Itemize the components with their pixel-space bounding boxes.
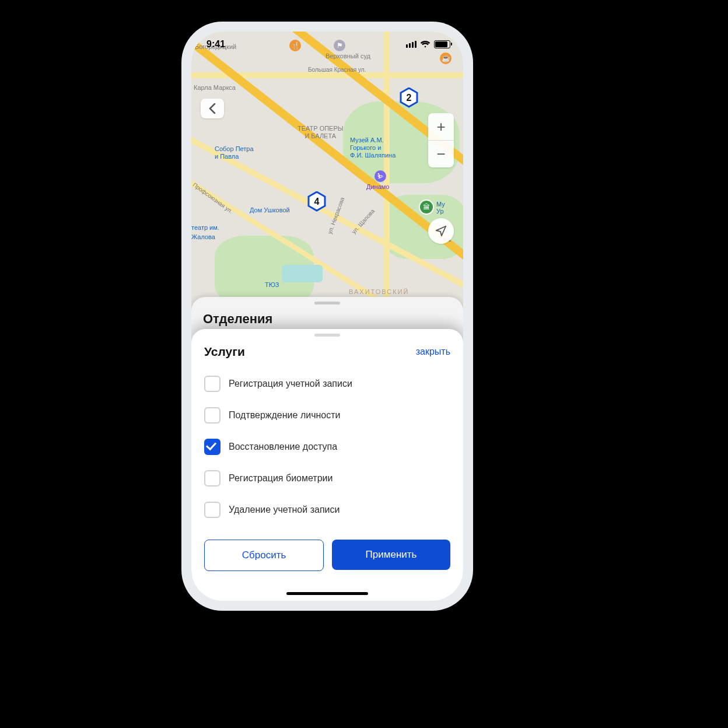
screen: Богородицкий Верховный суд Большая Красн… (191, 32, 463, 601)
map-label: Жалова (191, 233, 215, 240)
checkbox[interactable] (204, 376, 220, 392)
option-label: Подтверждение личности (229, 410, 341, 421)
option-label: Удаление учетной записи (229, 505, 340, 515)
option-label: Регистрация биометрии (229, 473, 332, 484)
map-label: Дом Ушковой (250, 206, 290, 214)
checkbox[interactable] (204, 502, 220, 518)
option-row[interactable]: Регистрация биометрии (204, 463, 450, 494)
cluster-pin[interactable]: 4 (307, 191, 327, 214)
option-row[interactable]: Удаление учетной записи (204, 494, 450, 526)
zoom-in-button[interactable]: + (428, 113, 454, 140)
option-row[interactable]: Подтверждение личности (204, 400, 450, 431)
option-row[interactable]: Восстановление доступа (204, 431, 450, 463)
map-label: Карла Маркса (194, 84, 236, 91)
status-bar: 9:41 (191, 32, 463, 57)
map-label: Большая Красная ул. (308, 66, 366, 73)
zoom-control: + − (428, 113, 454, 167)
zoom-out-button[interactable]: − (428, 141, 454, 167)
branches-title: Отделения (203, 312, 452, 327)
map-label: ТЮЗ (265, 281, 279, 288)
map-label: ТЕАТР ОПЕРЫ И БАЛЕТА (298, 125, 344, 140)
cluster-pin[interactable]: 2 (399, 88, 419, 110)
wifi-icon (420, 41, 430, 48)
map-label: Динамо (366, 183, 389, 190)
close-link[interactable]: закрыть (416, 346, 450, 357)
poi-icon: ⛷ (374, 170, 386, 182)
signal-icon (406, 41, 416, 48)
checkbox[interactable] (204, 470, 220, 487)
cluster-count: 2 (399, 86, 419, 110)
filter-modal: Услуги закрыть Регистрация учетной запис… (191, 329, 463, 601)
location-arrow-icon (435, 225, 447, 237)
modal-title: Услуги (204, 345, 245, 359)
poi-icon: 🏛 (419, 200, 434, 215)
cluster-count: 4 (307, 190, 327, 214)
checkbox[interactable] (204, 407, 220, 424)
back-button[interactable] (201, 99, 224, 118)
checkbox[interactable] (204, 439, 220, 455)
status-time: 9:41 (206, 39, 225, 50)
option-label: Регистрация учетной записи (229, 379, 352, 389)
battery-icon (434, 40, 450, 48)
map-label: театр им. (191, 224, 219, 231)
options-list: Регистрация учетной записи Подтверждение… (191, 365, 463, 531)
option-label: Восстановление доступа (229, 442, 337, 452)
map-label: Музей А.М. Горького и Ф.И. Шаляпина (350, 136, 396, 160)
drag-handle[interactable] (314, 334, 340, 337)
home-indicator (286, 592, 368, 595)
map-label: Профсоюзная ул. (192, 181, 235, 215)
option-row[interactable]: Регистрация учетной записи (204, 368, 450, 400)
reset-button[interactable]: Сбросить (204, 540, 324, 571)
map-label: Му Ур (436, 201, 445, 215)
locate-button[interactable] (428, 218, 454, 244)
phone-frame: Богородицкий Верховный суд Большая Красн… (181, 22, 473, 611)
map-label: Собор Петра и Павла (215, 145, 254, 160)
chevron-left-icon (209, 103, 216, 114)
drag-handle[interactable] (314, 302, 340, 304)
apply-button[interactable]: Применить (332, 540, 450, 570)
map-label: ВАХИТОВСКИЙ (349, 288, 409, 295)
